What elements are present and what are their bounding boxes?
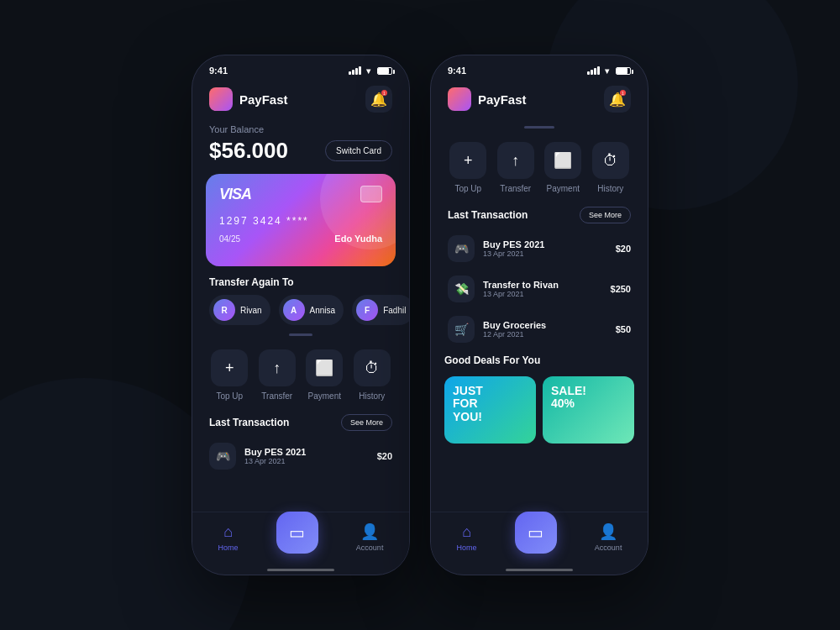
txn-icon-2-3: 🛒: [448, 316, 475, 343]
home-indicator-1: [267, 569, 334, 571]
txn-details-2-2: Transfer to Rivan 13 Apr 2021: [483, 280, 602, 298]
nav-home-label-2: Home: [457, 543, 477, 552]
balance-section: Your Balance $56.000 Switch Card: [192, 121, 409, 174]
transfer-icon-2: ↑: [497, 142, 534, 179]
battery-icon-2: [616, 67, 631, 75]
deal-card-2[interactable]: SALE!40%: [543, 376, 634, 444]
deals-title: Good Deals For You: [444, 354, 634, 371]
cards-icon-2: ▭: [528, 522, 543, 543]
home-icon-1: ⌂: [223, 523, 233, 541]
nav-home-2[interactable]: ⌂ Home: [444, 520, 491, 555]
txn-amount-2-2: $250: [611, 284, 631, 294]
transfer-section-title: Transfer Again To: [192, 276, 409, 295]
contact-name-annisa: Annisa: [310, 306, 336, 315]
deal-card-1[interactable]: JUSTFORYOU!: [444, 376, 536, 444]
drag-handle: [524, 126, 554, 129]
balance-row: $56.000 Switch Card: [209, 138, 392, 164]
history-icon-2: ⏱: [592, 142, 629, 179]
history-label-2: History: [597, 184, 623, 193]
account-icon-1: 👤: [360, 522, 379, 541]
signal-icon-2: [587, 66, 600, 75]
last-transaction-header-1: Last Transaction See More: [192, 407, 409, 436]
contact-name-fadhil: Fadhil: [383, 306, 406, 315]
action-transfer-2[interactable]: ↑ Transfer: [497, 142, 534, 193]
logo-icon-2: [448, 87, 471, 111]
action-payment-1[interactable]: ⬜ Payment: [306, 349, 343, 401]
txn-name-2-1: Buy PES 2021: [483, 239, 607, 249]
notification-button-1[interactable]: 🔔 1: [365, 86, 392, 113]
wifi-icon: ▾: [366, 66, 370, 76]
nav-account-label-2: Account: [595, 543, 622, 552]
action-history-1[interactable]: ⏱ History: [354, 349, 391, 401]
txn-details-2-3: Buy Groceries 12 Apr 2021: [483, 320, 607, 339]
card-chip-icon: [360, 186, 382, 202]
txn-item-2-3: 🛒 Buy Groceries 12 Apr 2021 $50: [431, 309, 648, 349]
transfer-icon-1: ↑: [259, 349, 296, 386]
txn-icon-2-1: 🎮: [448, 235, 475, 262]
app-logo-2: PayFast: [448, 87, 527, 111]
contact-name-rivan: Rivan: [240, 306, 262, 315]
avatar-fadhil: F: [356, 299, 378, 321]
nav-account-label-1: Account: [356, 543, 384, 552]
avatar-annisa: A: [283, 299, 305, 321]
battery-icon: [377, 67, 392, 75]
nav-center-button-2[interactable]: ▭: [515, 512, 557, 554]
time-1: 9:41: [209, 66, 228, 76]
transaction-item-1: 🎮 Buy PES 2021 13 Apr 2021 $20: [192, 436, 409, 476]
contact-annisa[interactable]: A Annisa: [279, 295, 344, 325]
phone-1: 9:41 ▾ PayFast 🔔: [192, 55, 410, 575]
home-indicator-2: [506, 569, 573, 571]
status-bar-1: 9:41 ▾: [192, 55, 409, 79]
cards-icon-1: ▭: [289, 522, 305, 543]
deals-row: JUSTFORYOU! SALE!40%: [444, 376, 634, 444]
last-transaction-title-1: Last Transaction: [209, 417, 289, 428]
txn-name-1: Buy PES 2021: [244, 447, 369, 457]
app-header-2: PayFast 🔔 1: [431, 79, 648, 121]
bottom-nav-2: ⌂ Home ▭ 👤 Account: [431, 512, 648, 569]
nav-center-button-1[interactable]: ▭: [276, 512, 318, 554]
card-expiry: 04/25: [219, 234, 240, 244]
app-name-1: PayFast: [239, 92, 288, 107]
status-icons-1: ▾: [349, 66, 392, 76]
notification-button-2[interactable]: 🔔 1: [604, 86, 631, 113]
contact-rivan[interactable]: R Rivan: [209, 295, 270, 325]
notification-badge-1: 1: [381, 90, 387, 96]
avatar-rivan: R: [213, 299, 235, 321]
txn-date-1: 13 Apr 2021: [244, 457, 369, 465]
nav-home-1[interactable]: ⌂ Home: [205, 520, 252, 555]
quick-actions-2: + Top Up ↑ Transfer ⬜ Payment ⏱ History: [431, 135, 648, 200]
quick-actions-1: + Top Up ↑ Transfer ⬜ Payment ⏱ History: [192, 343, 409, 407]
history-label-1: History: [359, 391, 385, 401]
txn-item-2-1: 🎮 Buy PES 2021 13 Apr 2021 $20: [431, 228, 648, 269]
txn-icon-1: 🎮: [209, 443, 236, 470]
deals-section: Good Deals For You JUSTFORYOU! SALE!40%: [431, 349, 648, 449]
see-more-button-2[interactable]: See More: [580, 207, 631, 223]
notification-badge-2: 1: [620, 90, 626, 96]
action-topup-2[interactable]: + Top Up: [449, 142, 486, 193]
action-transfer-1[interactable]: ↑ Transfer: [259, 349, 296, 401]
topup-label-1: Top Up: [216, 391, 243, 401]
transfer-label-1: Transfer: [261, 391, 292, 401]
txn-amount-1: $20: [377, 451, 392, 461]
txn-item-2-2: 💸 Transfer to Rivan 13 Apr 2021 $250: [431, 269, 648, 309]
time-2: 9:41: [448, 66, 466, 76]
switch-card-button[interactable]: Switch Card: [325, 140, 392, 161]
card-holder: Edo Yudha: [334, 234, 382, 244]
app-header-1: PayFast 🔔 1: [192, 79, 409, 121]
action-topup-1[interactable]: + Top Up: [211, 349, 248, 401]
last-transaction-title-2: Last Transaction: [448, 209, 528, 221]
contact-fadhil[interactable]: F Fadhil: [352, 295, 410, 325]
topup-label-2: Top Up: [454, 184, 481, 193]
action-history-2[interactable]: ⏱ History: [592, 142, 629, 193]
card-details: 04/25 Edo Yudha: [219, 234, 382, 244]
see-more-button-1[interactable]: See More: [341, 414, 392, 431]
action-payment-2[interactable]: ⬜ Payment: [544, 142, 581, 193]
contacts-row: R Rivan A Annisa F Fadhil: [192, 295, 409, 333]
nav-account-2[interactable]: 👤 Account: [581, 519, 636, 555]
txn-date-2-3: 12 Apr 2021: [483, 330, 607, 339]
txn-icon-2-2: 💸: [448, 276, 475, 302]
app-name-2: PayFast: [478, 92, 527, 107]
card-number: 1297 3424 ****: [219, 215, 382, 227]
transfer-label-2: Transfer: [500, 184, 531, 193]
nav-account-1[interactable]: 👤 Account: [343, 519, 397, 555]
